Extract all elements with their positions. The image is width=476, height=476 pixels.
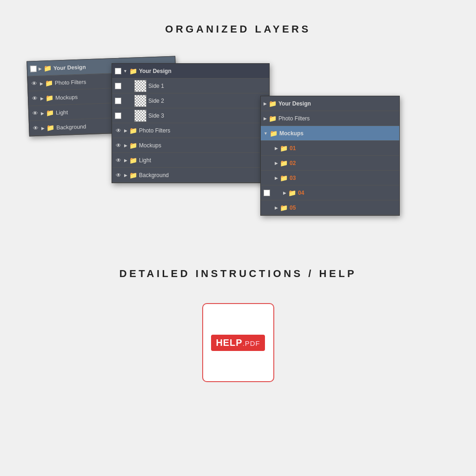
folder-icon: 📁: [288, 189, 296, 197]
layer-row: 👁 ▶ 📁 Mockups: [112, 138, 269, 153]
folder-icon: 📁: [44, 64, 52, 72]
layer-thumbnail: [134, 110, 146, 122]
layer-name: Side 1: [148, 83, 164, 89]
layer-name: Your Design: [53, 64, 86, 71]
arrow-icon: ▶: [264, 116, 267, 121]
checkbox-icon[interactable]: [30, 65, 37, 72]
layer-name: Background: [139, 172, 169, 178]
pdf-ext-label: PDF: [245, 339, 260, 347]
eye-icon: 👁: [31, 95, 39, 102]
arrow-icon: ▶: [124, 143, 127, 148]
folder-icon: 📁: [46, 94, 54, 102]
layer-row: Side 2: [112, 93, 269, 108]
eye-icon: 👁: [32, 110, 39, 117]
panel-middle: ▼ 📁 Your Design Side 1 Side 2 Side 3 👁 ▶: [112, 63, 270, 183]
arrow-icon: ▶: [40, 96, 44, 100]
layer-thumbnail: [134, 80, 146, 92]
layer-name: Your Design: [139, 68, 172, 74]
arrow-icon: ▼: [264, 131, 268, 136]
eye-icon: 👁: [115, 172, 122, 178]
folder-icon: 📁: [129, 127, 137, 134]
folder-icon: 📁: [270, 130, 278, 137]
layer-row: 👁 ▶ 📁 Photo Filters: [112, 123, 269, 138]
folder-icon: 📁: [129, 172, 137, 179]
folder-icon: 📁: [46, 124, 55, 132]
layer-name: 03: [290, 175, 296, 181]
layer-row: ▶ 📁 02: [261, 156, 399, 171]
layer-name: Photo Filters: [55, 79, 86, 86]
arrow-icon: ▶: [275, 176, 278, 180]
arrow-icon: ▶: [39, 66, 42, 71]
folder-icon: 📁: [129, 142, 137, 149]
instructions-section: DETAILED INSTRUCTIONS / HELP HELP . PDF: [0, 245, 476, 382]
layer-row: ▶ 📁 04: [261, 185, 399, 200]
layer-name: Photo Filters: [139, 127, 170, 134]
folder-icon: 📁: [269, 115, 277, 122]
folder-icon: 📁: [280, 145, 288, 152]
arrow-icon: ▶: [124, 128, 127, 133]
layer-name: Side 3: [148, 112, 164, 119]
checkbox-icon[interactable]: [115, 98, 121, 104]
eye-icon: 👁: [31, 80, 38, 87]
checkbox-icon[interactable]: [115, 68, 121, 74]
layer-name: Side 2: [148, 98, 164, 104]
layer-row: Side 1: [112, 79, 269, 93]
pdf-help-label: HELP: [216, 337, 242, 348]
eye-icon: 👁: [115, 142, 122, 149]
arrow-icon: ▶: [283, 191, 286, 195]
arrow-icon: ▶: [264, 101, 267, 106]
pdf-box[interactable]: HELP . PDF: [202, 303, 274, 382]
layer-name: Background: [56, 123, 86, 131]
layer-row-selected: ▼ 📁 Mockups: [261, 126, 399, 141]
arrow-icon: ▶: [124, 158, 127, 163]
folder-icon: 📁: [280, 174, 288, 182]
folder-icon: 📁: [46, 109, 54, 117]
layer-row: 👁 ▶ 📁 Background: [112, 168, 269, 183]
layer-row: ▶ 📁 05: [261, 200, 399, 215]
layer-name: 04: [298, 190, 304, 196]
pdf-badge: HELP . PDF: [211, 335, 264, 351]
layer-row: 👁 ▶ 📁 Light: [112, 153, 269, 168]
folder-icon: 📁: [280, 159, 288, 167]
arrow-icon: ▶: [124, 173, 127, 178]
arrow-icon: ▶: [275, 146, 278, 151]
checkbox-icon[interactable]: [264, 190, 270, 196]
organized-layers-title: ORGANIZED LAYERS: [165, 23, 311, 35]
checkbox-icon[interactable]: [115, 83, 121, 89]
layer-name: 01: [290, 145, 296, 152]
arrow-icon: ▶: [40, 81, 43, 86]
arrow-icon: ▼: [123, 69, 127, 73]
folder-icon: 📁: [45, 79, 53, 87]
layer-row: ▶ 📁 Photo Filters: [261, 111, 399, 126]
layer-name: Your Design: [278, 100, 311, 107]
instructions-title: DETAILED INSTRUCTIONS / HELP: [119, 268, 357, 280]
layer-row: ▶ 📁 01: [261, 141, 399, 156]
folder-icon: 📁: [269, 100, 277, 107]
eye-icon: 👁: [115, 127, 122, 134]
layer-name: Mockups: [55, 93, 78, 101]
eye-icon: 👁: [115, 157, 122, 164]
layer-name: Mockups: [279, 130, 304, 137]
folder-icon: 📁: [129, 157, 137, 164]
layers-section: ▶ 📁 Your Design 👁 ▶ 📁 Photo Filters 👁 ▶ …: [0, 49, 476, 240]
layer-name: 02: [290, 160, 296, 166]
layer-thumbnail: [134, 95, 146, 107]
checkbox-icon[interactable]: [115, 112, 121, 119]
arrow-icon: ▶: [275, 205, 278, 210]
eye-icon: 👁: [32, 125, 40, 132]
layer-name: Light: [56, 109, 68, 116]
layer-row: ▶ 📁 Your Design: [261, 96, 399, 111]
layer-name: Mockups: [139, 142, 161, 149]
arrow-icon: ▶: [41, 126, 45, 130]
folder-icon: 📁: [129, 67, 137, 75]
arrow-icon: ▶: [41, 111, 44, 115]
arrow-icon: ▶: [275, 161, 278, 165]
folder-icon: 📁: [280, 204, 288, 212]
layer-row: ▶ 📁 03: [261, 171, 399, 185]
layer-name: Photo Filters: [278, 115, 310, 122]
layer-row: ▼ 📁 Your Design: [112, 64, 269, 79]
panel-front: ▶ 📁 Your Design ▶ 📁 Photo Filters ▼ 📁 Mo…: [260, 96, 400, 216]
layer-name: 05: [290, 205, 296, 211]
layer-name: Light: [139, 157, 151, 164]
layer-row: Side 3: [112, 108, 269, 123]
